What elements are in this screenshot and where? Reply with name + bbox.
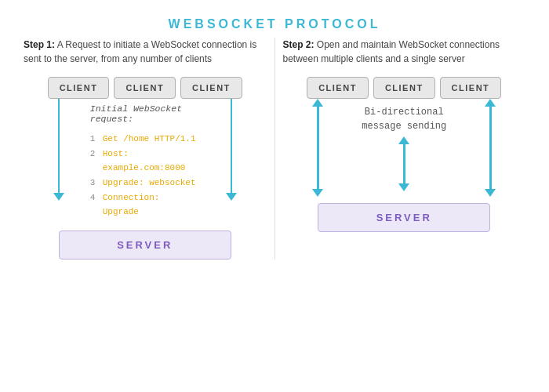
client-box-left-1: CLIENT — [48, 77, 110, 99]
code-text-2: Host: example.com:8000 — [103, 147, 200, 176]
step2-text: Step 2: Open and maintain WebSocket conn… — [283, 38, 526, 66]
step2-label: Step 2: — [283, 39, 314, 50]
arrow-down-left-3 — [226, 99, 237, 201]
bidirectional-label: Bi-directional message sending — [362, 105, 446, 133]
arrow-bidir-right-3 — [485, 99, 496, 197]
code-line-2: 2 Host: example.com:8000 — [90, 147, 200, 176]
arrow-down-left-1 — [53, 99, 64, 201]
client-box-left-2: CLIENT — [114, 77, 176, 99]
code-text-1: Get /home HTTP/1.1 — [103, 132, 196, 147]
diagram-step2: Step 2: Open and maintain WebSocket conn… — [275, 38, 534, 260]
clients-row-left: CLIENT CLIENT CLIENT — [24, 77, 267, 99]
arrow-bidir-right-1 — [312, 99, 323, 197]
server-box-left: SERVER — [59, 230, 231, 260]
code-label: Initial WebSocket request: — [90, 103, 200, 124]
code-text-3: Upgrade: websocket — [103, 176, 196, 191]
page: WEBSOCKET PROTOCOL Step 1: A Request to … — [0, 0, 549, 392]
code-line-3: 3 Upgrade: websocket — [90, 176, 200, 191]
code-num-2: 2 — [90, 147, 98, 176]
code-num-1: 1 — [90, 132, 98, 147]
client-box-right-1: CLIENT — [307, 77, 369, 99]
client-box-right-2: CLIENT — [373, 77, 435, 99]
diagram-step1: Step 1: A Request to initiate a WebSocke… — [16, 38, 275, 260]
code-block: 1 Get /home HTTP/1.1 2 Host: example.com… — [90, 127, 200, 224]
step2-description: Open and maintain WebSocket connections … — [283, 39, 500, 64]
code-num-4: 4 — [90, 191, 98, 220]
step1-description: A Request to initiate a WebSocket connec… — [24, 39, 256, 64]
code-num-3: 3 — [90, 176, 98, 191]
step1-label: Step 1: — [24, 39, 55, 50]
client-box-right-3: CLIENT — [440, 77, 502, 99]
client-box-left-3: CLIENT — [180, 77, 242, 99]
diagrams-row: Step 1: A Request to initiate a WebSocke… — [0, 38, 549, 260]
page-title: WEBSOCKET PROTOCOL — [0, 0, 549, 31]
clients-row-right: CLIENT CLIENT CLIENT — [283, 77, 526, 99]
code-line-4: 4 Connection: Upgrade — [90, 191, 200, 220]
arrow-bidir-right-2 — [398, 136, 409, 191]
code-line-1: 1 Get /home HTTP/1.1 — [90, 132, 200, 147]
code-text-4: Connection: Upgrade — [103, 191, 200, 220]
step1-text: Step 1: A Request to initiate a WebSocke… — [24, 38, 267, 66]
server-box-right: SERVER — [318, 203, 490, 232]
